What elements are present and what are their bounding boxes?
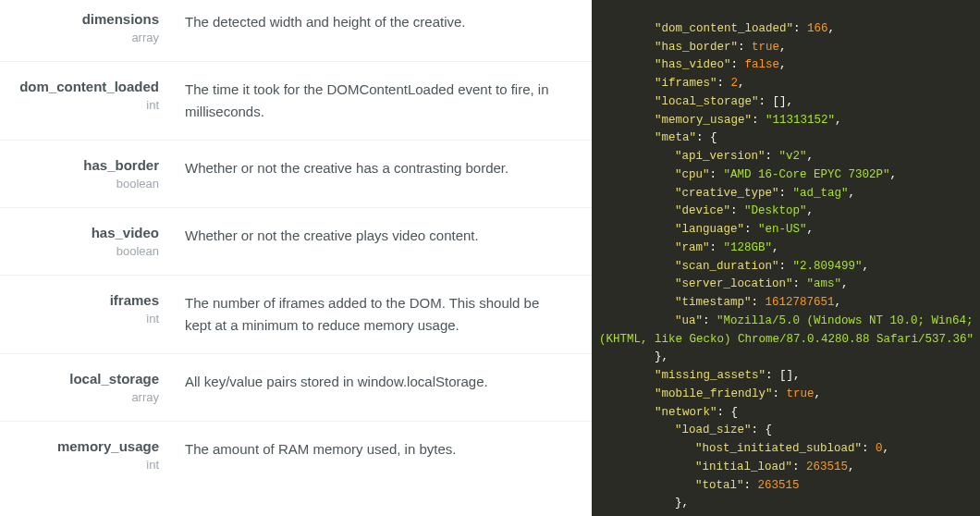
param-name: has_video (0, 225, 159, 240)
param-meta: dom_content_loaded int (0, 79, 185, 123)
param-type: boolean (0, 177, 159, 190)
param-desc: Whether or not the creative plays video … (185, 225, 592, 258)
param-row: local_storage array All key/value pairs … (0, 353, 592, 421)
param-name: iframes (0, 292, 159, 308)
param-meta: has_border boolean (0, 157, 185, 190)
param-type: boolean (0, 244, 159, 258)
param-desc: All key/value pairs stored in window.loc… (185, 371, 592, 404)
param-name: dimensions (0, 11, 159, 27)
param-name: has_border (0, 157, 159, 173)
param-desc: Whether or not the creative has a contra… (185, 157, 592, 190)
param-type: int (0, 98, 159, 112)
param-row: iframes int The number of iframes added … (0, 275, 592, 353)
param-name: memory_usage (0, 438, 159, 454)
param-type: int (0, 458, 159, 472)
param-meta: dimensions array (0, 11, 185, 44)
param-desc: The time it took for the DOMContentLoade… (185, 79, 592, 123)
param-meta: memory_usage int (0, 438, 185, 472)
param-desc: The number of iframes added to the DOM. … (185, 292, 592, 337)
param-row: has_border boolean Whether or not the cr… (0, 140, 592, 207)
param-meta: local_storage array (0, 371, 185, 404)
param-row: dimensions array The detected width and … (0, 0, 592, 61)
json-code-block: "dom_content_loaded": 166,"has_border": … (592, 18, 976, 516)
param-desc: The detected width and height of the cre… (185, 11, 592, 44)
param-name: local_storage (0, 371, 159, 387)
param-row: has_video boolean Whether or not the cre… (0, 207, 592, 275)
param-type: array (0, 31, 159, 44)
param-type: array (0, 390, 159, 404)
param-meta: iframes int (0, 292, 185, 337)
code-sample: "dom_content_loaded": 166,"has_border": … (592, 0, 980, 516)
param-name: dom_content_loaded (0, 79, 159, 94)
parameter-list: dimensions array The detected width and … (0, 0, 592, 516)
param-type: int (0, 312, 159, 326)
param-desc: The amount of RAM memory used, in bytes. (185, 438, 592, 472)
param-meta: has_video boolean (0, 225, 185, 258)
param-row: dom_content_loaded int The time it took … (0, 61, 592, 140)
param-row: memory_usage int The amount of RAM memor… (0, 421, 592, 488)
